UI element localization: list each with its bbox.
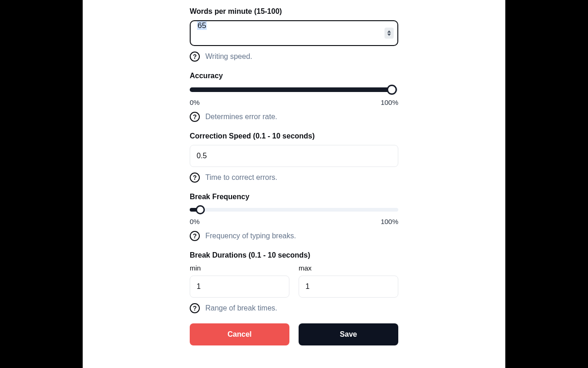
wpm-stepper[interactable] bbox=[384, 28, 394, 39]
correction-input[interactable] bbox=[190, 145, 398, 167]
settings-form: Words per minute (15-100) 65 ? Writing s… bbox=[190, 0, 398, 345]
accuracy-group: Accuracy 0% 100% ? Determines error rate… bbox=[190, 72, 398, 122]
breakfreq-max: 100% bbox=[381, 218, 398, 225]
question-icon[interactable]: ? bbox=[190, 112, 200, 122]
accuracy-label: Accuracy bbox=[190, 72, 398, 80]
wpm-help: Writing speed. bbox=[205, 52, 252, 61]
wpm-input-wrap: 65 bbox=[190, 20, 398, 46]
accuracy-min: 0% bbox=[190, 98, 200, 106]
cancel-button[interactable]: Cancel bbox=[190, 323, 289, 345]
correction-group: Correction Speed (0.1 - 10 seconds) ? Ti… bbox=[190, 132, 398, 183]
wpm-input[interactable]: 65 bbox=[190, 20, 398, 46]
breakdur-row: min max bbox=[190, 264, 398, 298]
breakfreq-track bbox=[190, 208, 398, 212]
breakdur-help: Range of break times. bbox=[205, 304, 277, 312]
breakdur-group: Break Durations (0.1 - 10 seconds) min m… bbox=[190, 251, 398, 313]
accuracy-help-row: ? Determines error rate. bbox=[190, 112, 398, 122]
breakfreq-thumb[interactable] bbox=[196, 205, 205, 214]
chevron-up-icon bbox=[387, 30, 391, 33]
breakfreq-min: 0% bbox=[190, 218, 200, 225]
breakfreq-help: Frequency of typing breaks. bbox=[205, 232, 296, 240]
breakdur-help-row: ? Range of break times. bbox=[190, 303, 398, 313]
accuracy-max: 100% bbox=[381, 98, 398, 106]
save-button[interactable]: Save bbox=[299, 323, 398, 345]
accuracy-help: Determines error rate. bbox=[205, 113, 277, 121]
question-icon[interactable]: ? bbox=[190, 52, 200, 62]
chevron-down-icon bbox=[387, 34, 391, 36]
breakdur-label: Break Durations (0.1 - 10 seconds) bbox=[190, 251, 398, 259]
breakfreq-slider[interactable] bbox=[190, 206, 398, 214]
correction-help: Time to correct errors. bbox=[205, 173, 277, 182]
button-row: Cancel Save bbox=[190, 323, 398, 345]
breakfreq-help-row: ? Frequency of typing breaks. bbox=[190, 231, 398, 241]
breakfreq-ticks: 0% 100% bbox=[190, 218, 398, 225]
breakdur-min-col: min bbox=[190, 264, 289, 298]
accuracy-fill bbox=[190, 87, 392, 92]
breakdur-max-label: max bbox=[299, 264, 398, 272]
wpm-group: Words per minute (15-100) 65 ? Writing s… bbox=[190, 7, 398, 62]
question-icon[interactable]: ? bbox=[190, 303, 200, 313]
accuracy-thumb[interactable] bbox=[387, 85, 397, 95]
correction-help-row: ? Time to correct errors. bbox=[190, 172, 398, 183]
wpm-label: Words per minute (15-100) bbox=[190, 7, 398, 16]
accuracy-ticks: 0% 100% bbox=[190, 98, 398, 106]
wpm-value: 65 bbox=[197, 21, 207, 30]
breakfreq-label: Break Frequency bbox=[190, 193, 398, 201]
breakdur-min-input[interactable] bbox=[190, 276, 289, 298]
breakfreq-group: Break Frequency 0% 100% ? Frequency of t… bbox=[190, 193, 398, 241]
wpm-help-row: ? Writing speed. bbox=[190, 52, 398, 62]
question-icon[interactable]: ? bbox=[190, 172, 200, 183]
breakdur-max-input[interactable] bbox=[299, 276, 398, 298]
question-icon[interactable]: ? bbox=[190, 231, 200, 241]
correction-label: Correction Speed (0.1 - 10 seconds) bbox=[190, 132, 398, 140]
breakdur-max-col: max bbox=[299, 264, 398, 298]
breakdur-min-label: min bbox=[190, 264, 289, 272]
accuracy-slider[interactable] bbox=[190, 85, 398, 95]
